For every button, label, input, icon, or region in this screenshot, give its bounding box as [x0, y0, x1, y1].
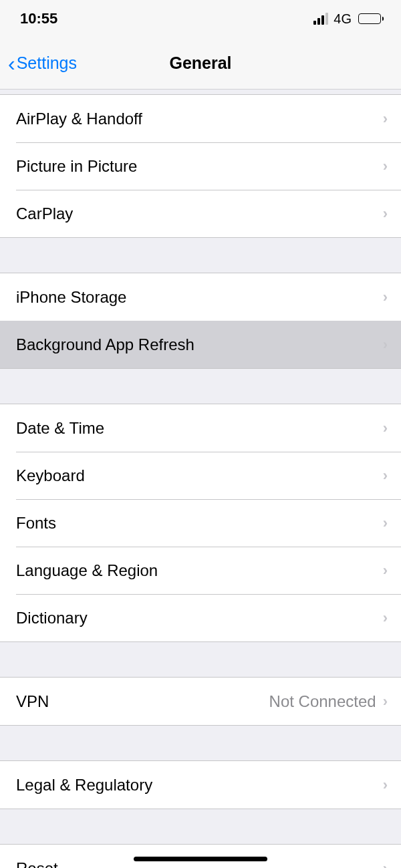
chevron-right-icon: ›: [383, 336, 388, 353]
chevron-right-icon: ›: [383, 693, 388, 710]
settings-group: Date & Time›Keyboard›Fonts›Language & Re…: [0, 404, 401, 642]
back-label: Settings: [17, 53, 77, 73]
row-date-time[interactable]: Date & Time›: [0, 404, 401, 452]
group-spacer: [0, 642, 401, 677]
chevron-right-icon: ›: [383, 562, 388, 579]
page-title: General: [169, 53, 231, 73]
chevron-right-icon: ›: [383, 289, 388, 306]
row-label: Fonts: [16, 514, 383, 533]
home-indicator[interactable]: [134, 857, 267, 861]
settings-group: Reset›: [0, 844, 401, 868]
battery-icon: [358, 13, 384, 24]
chevron-right-icon: ›: [383, 420, 388, 437]
group-spacer: [0, 726, 401, 760]
row-vpn[interactable]: VPNNot Connected›: [0, 678, 401, 725]
row-label: Dictionary: [16, 609, 383, 627]
chevron-right-icon: ›: [383, 205, 388, 223]
group-spacer: [0, 238, 401, 273]
row-label: Language & Region: [16, 561, 383, 580]
chevron-right-icon: ›: [383, 158, 388, 175]
row-label: Picture in Picture: [16, 157, 383, 176]
settings-group: iPhone Storage›Background App Refresh›: [0, 273, 401, 369]
settings-group: Legal & Regulatory›: [0, 760, 401, 809]
status-time: 10:55: [20, 10, 57, 27]
row-carplay[interactable]: CarPlay›: [0, 190, 401, 237]
chevron-right-icon: ›: [383, 515, 388, 532]
chevron-right-icon: ›: [383, 860, 388, 869]
row-dictionary[interactable]: Dictionary›: [0, 594, 401, 641]
chevron-right-icon: ›: [383, 467, 388, 484]
network-label: 4G: [333, 11, 352, 27]
row-legal-regulatory[interactable]: Legal & Regulatory›: [0, 761, 401, 809]
row-keyboard[interactable]: Keyboard›: [0, 452, 401, 499]
status-bar: 10:55 4G: [0, 0, 401, 37]
chevron-right-icon: ›: [383, 110, 388, 128]
row-background-app-refresh[interactable]: Background App Refresh›: [0, 321, 401, 368]
row-label: Background App Refresh: [16, 335, 383, 354]
row-picture-in-picture[interactable]: Picture in Picture›: [0, 142, 401, 190]
settings-group: VPNNot Connected›: [0, 677, 401, 726]
group-spacer: [0, 369, 401, 404]
row-label: iPhone Storage: [16, 288, 383, 307]
row-label: AirPlay & Handoff: [16, 110, 383, 128]
row-iphone-storage[interactable]: iPhone Storage›: [0, 273, 401, 321]
chevron-right-icon: ›: [383, 776, 388, 794]
group-spacer: [0, 809, 401, 844]
back-button[interactable]: ‹ Settings: [8, 53, 77, 74]
status-indicators: 4G: [313, 11, 384, 27]
row-label: Date & Time: [16, 419, 383, 438]
row-label: Legal & Regulatory: [16, 776, 383, 794]
row-language-region[interactable]: Language & Region›: [0, 547, 401, 594]
signal-icon: [313, 13, 328, 25]
row-fonts[interactable]: Fonts›: [0, 499, 401, 547]
settings-group: AirPlay & Handoff›Picture in Picture›Car…: [0, 94, 401, 238]
row-airplay-handoff[interactable]: AirPlay & Handoff›: [0, 95, 401, 142]
row-label: Keyboard: [16, 466, 383, 485]
row-label: VPN: [16, 692, 269, 711]
chevron-right-icon: ›: [383, 609, 388, 627]
nav-bar: ‹ Settings General: [0, 37, 401, 90]
chevron-left-icon: ‹: [8, 53, 15, 74]
row-label: CarPlay: [16, 204, 383, 223]
row-value: Not Connected: [269, 692, 376, 711]
